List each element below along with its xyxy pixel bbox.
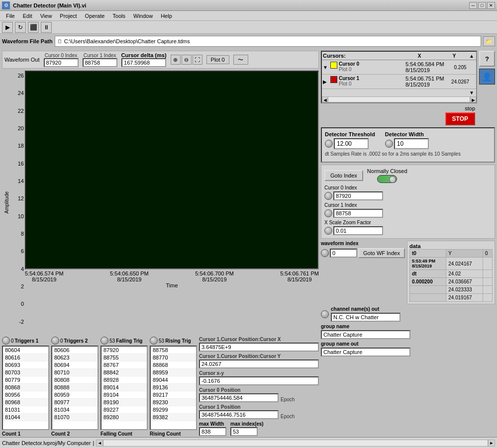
goto-cursor0-index-input[interactable] — [333, 191, 383, 200]
autoscale-icon[interactable]: ⛶ — [193, 55, 202, 65]
plot0-button[interactable]: Plot 0 — [206, 55, 229, 64]
cursor0-expand[interactable]: ▼ — [323, 65, 329, 70]
y-label-26: 26 — [11, 73, 24, 79]
rising-trig-knob[interactable] — [150, 337, 158, 345]
goto-cursor1-index-input[interactable] — [333, 209, 383, 218]
statusbar-scrollbar[interactable]: ◄ ► — [96, 440, 495, 447]
abort-button[interactable]: ⬛ — [28, 22, 39, 33]
goto-cursor1-knob[interactable] — [324, 209, 332, 217]
help-button[interactable]: ? — [479, 51, 495, 67]
cursor-delta-input[interactable] — [121, 58, 166, 67]
zoom-knob[interactable] — [324, 227, 332, 235]
scrollbar-right-btn[interactable]: ► — [470, 96, 476, 102]
scrollbar-track[interactable] — [328, 96, 470, 102]
menu-edit[interactable]: Edit — [19, 12, 36, 20]
wf-index-knob[interactable] — [321, 249, 329, 257]
normally-closed-toggle[interactable] — [377, 175, 397, 183]
goto-cursor0-knob[interactable] — [324, 192, 332, 200]
restore-button[interactable]: □ — [478, 2, 486, 9]
menu-operate[interactable]: Operate — [81, 12, 109, 20]
cursor1-index-input[interactable] — [83, 58, 117, 67]
falling-count-label: Falling Count — [100, 431, 148, 437]
menu-project[interactable]: Project — [56, 12, 81, 20]
falling-trig-list[interactable]: 87920 88755 88767 88842 88928 89014 8910… — [100, 346, 148, 430]
menu-help[interactable]: Help — [157, 12, 176, 20]
menu-view[interactable]: View — [36, 12, 56, 20]
triggers2-knob[interactable] — [51, 337, 59, 345]
detector-width-label: Detector Width — [385, 131, 429, 137]
max-width-input[interactable] — [199, 427, 226, 436]
max-index-input[interactable] — [230, 427, 258, 436]
cursors-scroll-up[interactable]: ▲ — [469, 53, 475, 59]
threshold-knob[interactable] — [325, 140, 333, 148]
group-name-out-input[interactable] — [321, 348, 410, 357]
file-path-row: Waveform File Path 🗒 C:\Users\Balexander… — [2, 36, 495, 47]
group-name-input[interactable] — [321, 330, 410, 339]
run-arrow-button[interactable]: ▶ — [2, 22, 13, 33]
falling-trig-title: Falling Trig — [116, 338, 142, 344]
waveform-icon[interactable]: 〜 — [233, 55, 248, 65]
cursors-scroll-down[interactable]: ▼ — [469, 90, 475, 95]
triggers1-knob[interactable] — [2, 337, 10, 345]
statusbar-scroll-right[interactable]: ► — [488, 440, 495, 447]
cursor1-color-box — [330, 76, 337, 83]
cursor-x-input[interactable] — [199, 343, 319, 352]
x-date-0: 8/15/2019 — [25, 276, 64, 282]
zoom-in-icon[interactable]: ⊕ — [171, 55, 181, 65]
data-panel-title: data — [409, 243, 421, 249]
cursor0-index-input[interactable] — [44, 58, 79, 67]
cursor1-expand[interactable]: ▶ — [323, 79, 329, 85]
triggers1-list[interactable]: 80604 80616 80693 80703 80779 80868 8095… — [2, 346, 49, 430]
scrollbar-left-btn[interactable]: ◄ — [322, 96, 328, 102]
channel-names-input[interactable] — [331, 313, 400, 322]
pause-button[interactable]: ⏸ — [41, 22, 52, 33]
falling-trig-panel: 53 Falling Trig 87920 88755 88767 88842 … — [100, 337, 148, 446]
browse-folder-button[interactable]: 📁 — [483, 36, 495, 46]
run-continuously-button[interactable]: ↻ — [15, 22, 26, 33]
falling-trig-knob[interactable] — [100, 337, 108, 345]
goto-index-button[interactable]: Goto Index — [324, 170, 363, 181]
app-icon: ⚙ — [2, 1, 10, 9]
width-input[interactable] — [394, 138, 429, 149]
cursors-scrollbar[interactable]: ◄ ► — [322, 96, 476, 102]
y-label-14: 14 — [11, 178, 24, 184]
goto-wf-index-button[interactable]: Goto WF Index — [358, 248, 405, 258]
minimize-button[interactable]: ─ — [469, 2, 477, 9]
menu-tools[interactable]: Tools — [108, 12, 129, 20]
close-button[interactable]: ✕ — [487, 2, 495, 9]
x-date-3: 8/15/2019 — [280, 276, 319, 282]
zoom-out-icon[interactable]: ⊖ — [182, 55, 192, 65]
cursor1-pos-input[interactable] — [199, 410, 279, 419]
cursor0-epoch-label: Epoch — [281, 397, 295, 402]
wf-index-input[interactable] — [330, 249, 357, 258]
menu-window[interactable]: Window — [129, 12, 157, 20]
detector-row: Detector Threshold Detector Width — [325, 131, 491, 149]
rising-trig-list[interactable]: 88758 88770 88868 88959 89044 89136 8921… — [150, 346, 197, 430]
zoom-input[interactable] — [333, 226, 383, 235]
y-label-16: 16 — [11, 161, 24, 167]
width-knob[interactable] — [385, 140, 393, 148]
cursor-xy-input[interactable] — [199, 376, 319, 385]
menubar: File Edit View Project Operate Tools Win… — [0, 11, 497, 21]
list-item: 89382 — [151, 414, 196, 421]
falling-trig-header: 53 Falling Trig — [100, 337, 148, 345]
triggers2-list[interactable]: 80606 80623 80694 80710 80808 80888 8095… — [51, 346, 99, 430]
cursor-y-input[interactable] — [199, 359, 319, 368]
y6-val-cell — [483, 278, 492, 286]
channel-knob[interactable] — [321, 310, 329, 318]
stop-button-area: stop STOP — [321, 105, 495, 125]
list-item: 80888 — [52, 384, 98, 391]
list-item: 80604 — [3, 347, 48, 354]
y-label-2: 2 — [11, 283, 24, 289]
cursors-y-header: Y — [439, 53, 469, 59]
stop-button[interactable]: STOP — [445, 112, 475, 125]
statusbar-scroll-track[interactable] — [103, 440, 488, 447]
cursor1-index-group: Cursor 1 Index — [83, 53, 117, 67]
cursor0-pos-input[interactable] — [199, 393, 279, 402]
statusbar-scroll-left[interactable]: ◄ — [96, 440, 103, 447]
threshold-input[interactable] — [334, 138, 369, 149]
cursor-xy-group: Cursor x-y — [199, 370, 319, 385]
waveform-display[interactable] — [25, 71, 319, 269]
list-item: 80868 — [3, 384, 48, 391]
menu-file[interactable]: File — [2, 12, 19, 20]
